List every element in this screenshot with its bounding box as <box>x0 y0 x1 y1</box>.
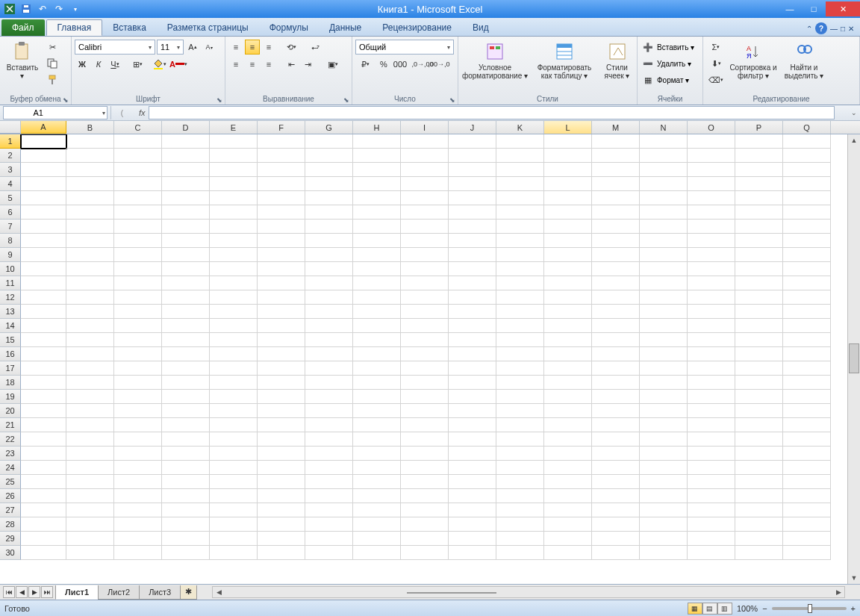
cell[interactable] <box>162 418 210 432</box>
cell[interactable] <box>305 220 353 234</box>
cell[interactable] <box>688 319 735 333</box>
cell[interactable] <box>162 447 210 461</box>
cell[interactable] <box>21 177 66 191</box>
row-header[interactable]: 21 <box>0 418 21 432</box>
delete-cells-button[interactable]: ➖Удалить ▾ <box>641 56 694 71</box>
cell[interactable] <box>66 475 114 489</box>
cell[interactable] <box>210 319 258 333</box>
cell[interactable] <box>592 461 640 475</box>
fx-icon[interactable]: fx <box>133 108 146 117</box>
app-restore-icon[interactable]: □ <box>841 25 845 33</box>
cell[interactable] <box>401 461 449 475</box>
cell[interactable] <box>783 248 831 262</box>
cell[interactable] <box>162 333 210 347</box>
cell[interactable] <box>114 517 162 532</box>
cell[interactable] <box>210 475 258 489</box>
cell[interactable] <box>735 418 783 432</box>
row-header[interactable]: 23 <box>0 447 21 461</box>
cell[interactable] <box>544 276 592 290</box>
cell[interactable] <box>449 319 496 333</box>
cell[interactable] <box>544 305 592 319</box>
row-header[interactable]: 18 <box>0 376 21 390</box>
cell[interactable] <box>640 276 688 290</box>
cell[interactable] <box>688 177 735 191</box>
bold-button[interactable]: Ж <box>75 57 90 72</box>
cell[interactable] <box>353 163 401 177</box>
cell[interactable] <box>735 234 783 248</box>
cell[interactable] <box>592 305 640 319</box>
cell[interactable] <box>783 461 831 475</box>
cell[interactable] <box>783 276 831 290</box>
cell[interactable] <box>258 347 305 361</box>
row-header[interactable]: 27 <box>0 503 21 517</box>
cell[interactable] <box>162 149 210 163</box>
cell[interactable] <box>735 319 783 333</box>
cell[interactable] <box>783 333 831 347</box>
font-name-combo[interactable]: Calibri▾ <box>75 40 155 55</box>
cell[interactable] <box>449 220 496 234</box>
find-select-button[interactable]: Найти и выделить ▾ <box>781 40 827 80</box>
cell[interactable] <box>735 333 783 347</box>
cell[interactable] <box>21 319 66 333</box>
cell[interactable] <box>353 517 401 532</box>
horizontal-scrollbar[interactable]: ◀ ▶ <box>212 586 845 598</box>
cell[interactable] <box>210 234 258 248</box>
cell[interactable] <box>640 134 688 149</box>
cell[interactable] <box>496 319 544 333</box>
zoom-out-icon[interactable]: − <box>762 604 767 613</box>
cell[interactable] <box>688 333 735 347</box>
row-header[interactable]: 6 <box>0 205 21 220</box>
cell[interactable] <box>353 276 401 290</box>
app-minimize-icon[interactable]: — <box>830 25 838 33</box>
cell[interactable] <box>162 248 210 262</box>
cell[interactable] <box>21 546 66 560</box>
cell[interactable] <box>114 432 162 447</box>
cell[interactable] <box>592 234 640 248</box>
cell[interactable] <box>21 432 66 447</box>
cell[interactable] <box>640 404 688 418</box>
cell[interactable] <box>496 205 544 220</box>
cell[interactable] <box>66 205 114 220</box>
cell[interactable] <box>688 546 735 560</box>
cell[interactable] <box>544 404 592 418</box>
cell[interactable] <box>496 517 544 532</box>
cell[interactable] <box>66 390 114 404</box>
new-sheet-button[interactable]: ✱ <box>180 585 197 600</box>
cell[interactable] <box>688 376 735 390</box>
cell[interactable] <box>305 390 353 404</box>
cell[interactable] <box>449 432 496 447</box>
cell[interactable] <box>305 205 353 220</box>
cell[interactable] <box>496 532 544 546</box>
cell[interactable] <box>401 290 449 305</box>
cell[interactable] <box>496 234 544 248</box>
cell[interactable] <box>401 163 449 177</box>
cell[interactable] <box>401 191 449 205</box>
cell[interactable] <box>210 361 258 376</box>
cell[interactable] <box>735 532 783 546</box>
cell[interactable] <box>592 149 640 163</box>
cell[interactable] <box>114 248 162 262</box>
cell[interactable] <box>496 376 544 390</box>
cell[interactable] <box>688 262 735 276</box>
cell[interactable] <box>353 461 401 475</box>
cell[interactable] <box>640 319 688 333</box>
cell[interactable] <box>783 205 831 220</box>
cell[interactable] <box>544 163 592 177</box>
cell[interactable] <box>640 432 688 447</box>
format-cells-button[interactable]: ▦Формат ▾ <box>641 72 694 87</box>
cell[interactable] <box>449 177 496 191</box>
cell[interactable] <box>258 503 305 517</box>
cell[interactable] <box>210 489 258 503</box>
cell[interactable] <box>21 205 66 220</box>
cell[interactable] <box>21 489 66 503</box>
cell[interactable] <box>353 404 401 418</box>
cell[interactable] <box>640 361 688 376</box>
ribbon-tab[interactable]: Разметка страницы <box>157 19 259 36</box>
last-sheet-icon[interactable]: ⏭ <box>41 586 53 598</box>
cell[interactable] <box>210 532 258 546</box>
cell[interactable] <box>21 503 66 517</box>
cell[interactable] <box>783 134 831 149</box>
cell[interactable] <box>21 404 66 418</box>
cell[interactable] <box>258 205 305 220</box>
cell[interactable] <box>353 376 401 390</box>
